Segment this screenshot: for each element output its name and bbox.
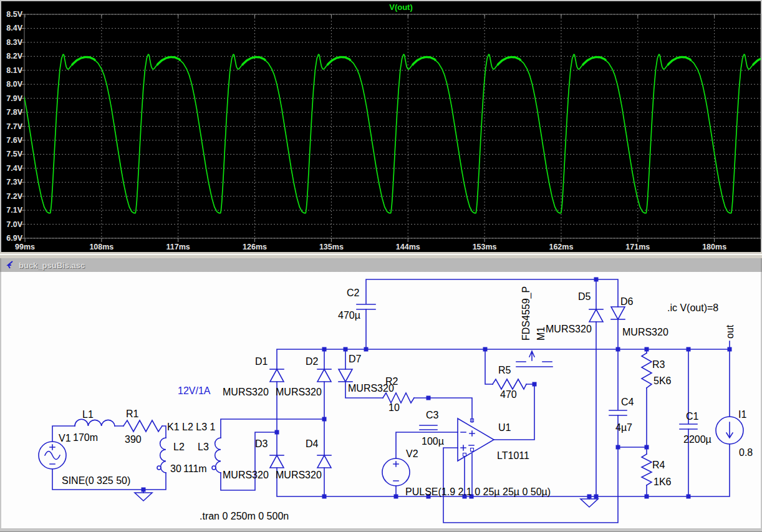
d5-name: D5 [578, 291, 591, 302]
y-axis-tick-label: 7.6V [6, 136, 22, 145]
m1-name: M1 [536, 327, 546, 341]
y-axis-tick-label: 8.1V [6, 66, 22, 75]
d4-name: D4 [306, 438, 319, 449]
c2-value: 470µ [338, 310, 360, 321]
l1-value: 170m [73, 432, 98, 443]
y-axis-tick-label: 8.4V [6, 24, 22, 32]
d6-name: D6 [620, 296, 634, 307]
r3-resistor-symbol [642, 353, 652, 388]
x-axis-tick-label: 108ms [89, 243, 113, 251]
y-axis-tick-label: 8.0V [6, 80, 22, 89]
v1-name: V1 [59, 433, 71, 443]
c3-value: 100µ [422, 436, 444, 447]
y-axis-tick-label: 6.9V [6, 234, 22, 243]
x-axis-tick-label: 171ms [625, 243, 650, 251]
y-axis-tick-label: 7.8V [6, 108, 22, 117]
x-axis-tick-label: 117ms [166, 243, 190, 251]
schematic-pane[interactable]: V1 SINE(0 325 50) L1 170m R1 390 K1 L2 L… [0, 272, 762, 528]
ltspice-window: V(out) 8.5V8.4V8.3V8.2V8.1V8.0V7.9V7.8V7… [0, 0, 762, 532]
net-label-out: out [725, 324, 735, 339]
r3-value: 5K6 [653, 375, 672, 386]
y-axis-tick-label: 8.3V [6, 38, 22, 47]
l2-name: L2 [173, 442, 185, 452]
d6-diode-symbol [611, 307, 625, 319]
d3-diode-symbol [270, 455, 284, 468]
c3-name: C3 [426, 410, 439, 420]
u1-comparator-symbol [458, 418, 494, 461]
r2-name: R2 [385, 376, 398, 387]
v1-value: SINE(0 325 50) [62, 475, 130, 486]
r2-resistor-symbol [383, 393, 414, 403]
r4-value: 1K6 [653, 476, 672, 487]
d1-diode-symbol [270, 369, 284, 382]
r1-resistor-symbol [123, 420, 162, 432]
window-bottom-edge [0, 528, 762, 532]
y-axis-tick-label: 7.1V [6, 206, 22, 215]
d7-diode-symbol [339, 369, 352, 382]
x-axis-tick-label: 153ms [473, 243, 497, 251]
d4-diode-symbol [317, 455, 331, 468]
r5-value: 470 [500, 389, 517, 400]
trace-legend-vout[interactable]: V(out) [389, 2, 413, 12]
r4-name: R4 [652, 460, 665, 470]
c4-capacitor-symbol [609, 410, 627, 415]
d1-value: MURS320 [223, 387, 269, 397]
d4-value: MURS320 [276, 470, 322, 480]
c1-capacitor-symbol [680, 424, 697, 429]
d3-value: MURS320 [223, 470, 269, 480]
y-axis-tick-label: 8.5V [6, 10, 22, 19]
r5-resistor-symbol [493, 379, 526, 389]
r5-name: R5 [498, 365, 511, 375]
ground-symbol-secondary [581, 499, 598, 507]
r3-name: R3 [652, 359, 665, 370]
x-axis-tick-label: 162ms [549, 243, 573, 251]
m1-mosfet-symbol [516, 351, 552, 367]
x-axis-tick-label: 99ms [15, 243, 35, 251]
waveform-pane[interactable]: V(out) 8.5V8.4V8.3V8.2V8.1V8.0V7.9V7.8V7… [0, 0, 762, 252]
l1-inductor-symbol [75, 419, 115, 426]
y-axis-tick-label: 7.2V [6, 192, 22, 201]
c4-value: 4µ7 [615, 422, 632, 433]
i1-name: I1 [738, 409, 746, 420]
y-axis-tick-label: 7.9V [6, 94, 22, 103]
c1-value: 2200µ [683, 434, 711, 445]
c2-capacitor-symbol [357, 304, 375, 309]
k1-coupling: K1 L2 L3 1 [167, 422, 216, 432]
d6-value: MURS320 [622, 327, 668, 337]
u1-name: U1 [498, 422, 511, 433]
x-axis-tick-label: 135ms [319, 243, 344, 251]
d3-name: D3 [255, 438, 268, 449]
x-axis-tick-label: 144ms [396, 243, 420, 251]
schematic-window-icon [5, 260, 15, 270]
component-labels[interactable]: V1 SINE(0 325 50) L1 170m R1 390 K1 L2 L… [59, 286, 753, 497]
v2-name: V2 [406, 448, 418, 459]
y-axis-tick-label: 7.0V [6, 220, 22, 229]
d2-diode-symbol [317, 369, 331, 382]
pane-separator[interactable] [0, 252, 762, 258]
y-axis-tick-label: 7.4V [6, 164, 22, 173]
waveform-plot[interactable]: 8.5V8.4V8.3V8.2V8.1V8.0V7.9V7.8V7.7V7.6V… [1, 1, 762, 253]
c2-name: C2 [347, 288, 360, 298]
schematic-canvas[interactable]: V1 SINE(0 325 50) L1 170m R1 390 K1 L2 L… [1, 272, 762, 528]
schematic-titlebar[interactable]: buck_psuBis.asc [0, 258, 762, 272]
y-axis-tick-label: 7.3V [6, 178, 22, 186]
d5-value: MURS320 [546, 324, 592, 334]
c3-capacitor-symbol [420, 425, 437, 430]
i1-source-symbol [716, 417, 743, 444]
c4-name: C4 [621, 397, 634, 407]
y-axis-tick-label: 8.2V [6, 52, 22, 60]
r1-value: 390 [125, 434, 142, 445]
m1-value: FDS4559_P [521, 286, 532, 341]
i1-value: 0.8 [739, 447, 753, 458]
d7-name: D7 [349, 354, 362, 364]
l3-name: L3 [198, 442, 209, 452]
v2-source-symbol [382, 458, 410, 486]
y-axis-tick-label: 7.5V [6, 150, 22, 158]
l1-name: L1 [82, 409, 94, 420]
x-axis-tick-label: 180ms [702, 243, 726, 251]
d1-name: D1 [255, 356, 268, 367]
u1-value: LT1011 [497, 450, 529, 461]
l3-value: 111m [183, 463, 207, 474]
power-rating-comment: 12V/1A [178, 385, 211, 396]
d2-name: D2 [306, 356, 319, 367]
